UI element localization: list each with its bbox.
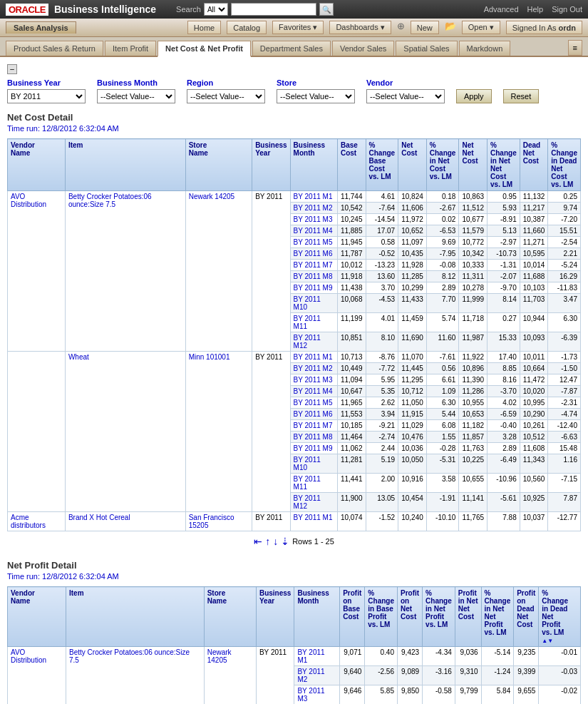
month-link[interactable]: BY 2011 M4 (294, 227, 333, 235)
search-select[interactable]: All (204, 3, 228, 16)
tab-department-sales[interactable]: Department Sales (252, 41, 331, 56)
month-link[interactable]: BY 2011 M1 (294, 353, 333, 361)
tab-product-sales[interactable]: Product Sales & Return (6, 41, 103, 56)
advanced-link[interactable]: Advanced (484, 5, 519, 14)
tab-spatial-sales[interactable]: Spatial Sales (396, 41, 457, 56)
tab-vendor-sales[interactable]: Vendor Sales (332, 41, 394, 56)
favorites-link[interactable]: Favorites ▾ (272, 21, 324, 34)
pct-dead-net-cell: -6.63 (548, 432, 581, 443)
item-link[interactable]: Wheat (68, 353, 89, 361)
signed-in-link[interactable]: Signed In As ordn (506, 21, 582, 34)
profit-item-cell: Betty Crocker Potatoes:06 ounce:Size 7.5 (66, 647, 205, 705)
month-link[interactable]: BY 2011 M1 (294, 193, 333, 200)
profit-month-link[interactable]: BY 2011 M3 (297, 687, 324, 703)
pct-net-net-cost-cell: 0.27 (488, 313, 520, 332)
col-net-net-cost: NetNetCost (459, 139, 488, 191)
dead-net-cost-cell: 11,343 (520, 454, 548, 474)
base-cost-cell: 11,094 (337, 374, 366, 386)
vendor-link[interactable]: AVO Distribution (11, 193, 46, 208)
month-link[interactable]: BY 2011 M12 (294, 494, 321, 510)
first-page-button[interactable]: ⇤ (254, 536, 262, 547)
month-link[interactable]: BY 2011 M11 (294, 475, 321, 491)
col-pct-change-net-net-cost: %Changein NetNetCostvs. LM (488, 139, 520, 191)
sort-icons[interactable]: ▲▼ (542, 638, 553, 644)
month-link[interactable]: BY 2011 M3 (294, 376, 333, 384)
pct-net-cost-cell: 0.02 (426, 214, 459, 225)
prev-page-button[interactable]: ↑ (265, 536, 270, 547)
month-link[interactable]: BY 2011 M5 (294, 399, 333, 407)
minimize-button[interactable]: – (7, 64, 17, 74)
col-business-month: BusinessMonth (290, 139, 337, 191)
store-link[interactable]: Newark 14205 (189, 193, 234, 200)
store-select[interactable]: --Select Value-- (277, 89, 355, 103)
month-link[interactable]: BY 2011 M5 (294, 238, 333, 246)
business-year-label: Business Year (7, 78, 86, 87)
item-cell: Betty Crocker Potatoes:06 ounce:Size 7.5 (65, 191, 185, 352)
net-net-cost-cell: 11,999 (459, 294, 488, 313)
home-link[interactable]: Home (187, 21, 221, 34)
item-link[interactable]: Betty Crocker Potatoes:06 ounce:Size 7.5 (68, 193, 152, 208)
reset-button[interactable]: Reset (503, 89, 540, 103)
profit-vendor-link[interactable]: AVO Distribution (11, 648, 46, 664)
region-select[interactable]: --Select Value-- (187, 89, 265, 103)
month-link[interactable]: BY 2011 M3 (294, 215, 333, 223)
month-link[interactable]: BY 2011 M2 (294, 364, 333, 372)
month-link[interactable]: BY 2011 M7 (294, 261, 333, 269)
tab-net-cost[interactable]: Net Cost & Net Profit (158, 41, 251, 57)
month-link[interactable]: BY 2011 M8 (294, 272, 333, 280)
vendor-select[interactable]: --Select Value-- (366, 89, 445, 103)
profit-store-link[interactable]: Newark 14205 (207, 648, 232, 664)
month-link[interactable]: BY 2011 M6 (294, 250, 333, 257)
dashboards-link[interactable]: Dashboards ▾ (329, 21, 391, 34)
search-input[interactable] (231, 3, 316, 16)
open-link[interactable]: Open ▾ (462, 21, 500, 34)
sales-analysis-tab[interactable]: Sales Analysis (6, 21, 76, 34)
month-link[interactable]: BY 2011 M12 (294, 334, 321, 350)
dead-net-cost-cell: 11,217 (520, 203, 548, 214)
store-link[interactable]: Minn 101001 (189, 353, 230, 361)
month-link[interactable]: BY 2011 M6 (294, 410, 333, 418)
month-link[interactable]: BY 2011 M9 (294, 444, 333, 452)
month-link[interactable]: BY 2011 M11 (294, 315, 321, 330)
pct-net-cost-cell: -2.67 (426, 203, 459, 214)
month-cell: BY 2011 M8 (290, 271, 337, 282)
pct-base-cost-cell: 17.07 (366, 225, 398, 237)
month-link[interactable]: BY 2011 M2 (294, 204, 333, 212)
business-month-select[interactable]: --Select Value-- (97, 89, 175, 103)
profit-item-link[interactable]: Betty Crocker Potatoes:06 ounce:Size 7.5 (69, 648, 190, 664)
profit-month-link[interactable]: BY 2011 M2 (297, 668, 324, 683)
net-net-cost-cell: 11,390 (459, 374, 488, 386)
month-link[interactable]: BY 2011 M1 (294, 514, 333, 521)
month-link[interactable]: BY 2011 M9 (294, 284, 333, 292)
profit-month-link[interactable]: BY 2011 M1 (297, 648, 324, 664)
profit-col-pct-net: %Changein NetProfitvs. LM (423, 587, 455, 647)
apply-button[interactable]: Apply (456, 89, 492, 103)
search-button[interactable]: 🔍 (319, 3, 334, 16)
month-link[interactable]: BY 2011 M10 (294, 456, 321, 471)
signout-link[interactable]: Sign Out (552, 5, 582, 14)
dead-net-cost-cell: 11,271 (520, 237, 548, 248)
profit-col-by: BusinessYear (256, 587, 294, 647)
last-page-button[interactable]: ⇣ (281, 536, 289, 547)
vendor-link[interactable]: Acme distributors (11, 514, 46, 529)
tab-item-profit[interactable]: Item Profit (105, 41, 156, 56)
month-link[interactable]: BY 2011 M4 (294, 387, 333, 395)
base-cost-cell: 11,438 (337, 282, 366, 294)
dead-net-cost-cell: 10,925 (520, 493, 548, 512)
help-link[interactable]: Help (527, 5, 544, 14)
tab-more-button[interactable]: ≡ (568, 40, 582, 56)
month-link[interactable]: BY 2011 M7 (294, 422, 333, 429)
business-year-select[interactable]: BY 2011 (7, 89, 86, 103)
new-link[interactable]: New (411, 21, 439, 34)
pct-dead-net-cell: -12.77 (548, 512, 581, 531)
profit-base-cost-cell: 9,646 (340, 685, 365, 705)
month-link[interactable]: BY 2011 M10 (294, 295, 321, 311)
store-link[interactable]: San Francisco 15205 (189, 514, 234, 529)
tab-markdown[interactable]: Markdown (459, 41, 511, 56)
net-cost-cell: 11,459 (398, 313, 427, 332)
next-page-button[interactable]: ↓ (273, 536, 278, 547)
month-cell: BY 2011 M11 (290, 474, 337, 493)
catalog-link[interactable]: Catalog (227, 21, 267, 34)
item-link[interactable]: Brand X Hot Cereal (68, 514, 130, 521)
month-link[interactable]: BY 2011 M8 (294, 433, 333, 441)
